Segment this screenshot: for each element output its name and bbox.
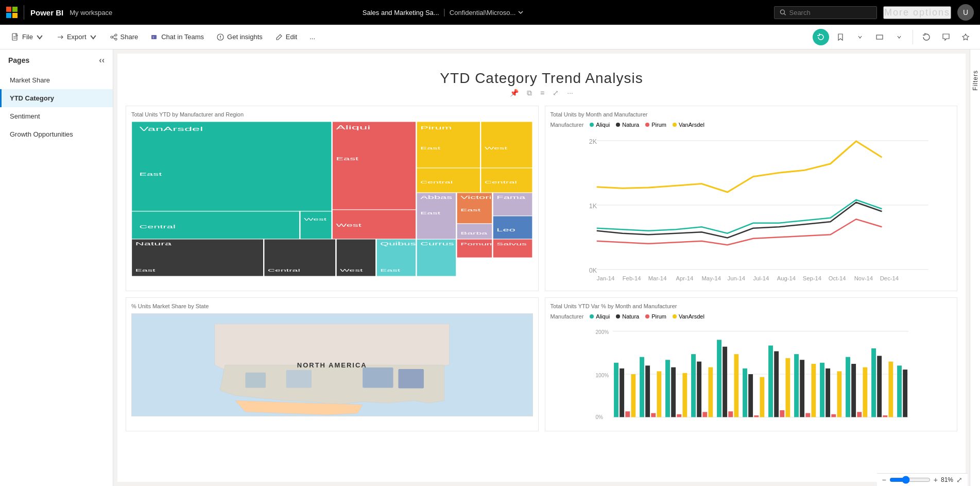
nav-divider-1: [24, 5, 24, 20]
bookmark-chevron-button[interactable]: [852, 29, 868, 45]
svg-text:VanArsdel: VanArsdel: [140, 126, 203, 132]
zoom-minus-button[interactable]: −: [882, 476, 886, 484]
star-button[interactable]: [957, 29, 974, 45]
search-box[interactable]: [774, 6, 877, 19]
legend-vanarsdel: VanArsdel: [673, 122, 704, 128]
comment-icon: [942, 33, 950, 41]
share-icon: [110, 33, 118, 41]
view-button[interactable]: [871, 29, 888, 45]
logo-green: [12, 7, 18, 12]
sidebar-item-sentiment[interactable]: Sentiment: [0, 107, 113, 125]
bar-chart-container[interactable]: 200% 100% 0%: [551, 323, 952, 426]
sidebar: Pages ‹‹ Market Share YTD Category Senti…: [0, 49, 113, 486]
toolbar-more-button[interactable]: ...: [304, 30, 320, 43]
format-icon[interactable]: ≡: [540, 89, 544, 97]
reload-button[interactable]: [918, 29, 935, 45]
avatar[interactable]: U: [957, 4, 974, 21]
svg-text:Aug-14: Aug-14: [777, 275, 795, 281]
svg-rect-104: [677, 414, 681, 417]
bookmark-button[interactable]: [832, 29, 849, 45]
insights-icon: [216, 33, 225, 41]
logo-blue: [6, 13, 11, 18]
filters-panel[interactable]: Filters: [970, 49, 980, 486]
svg-text:West: West: [485, 146, 507, 150]
refresh-button[interactable]: [813, 29, 829, 45]
file-button[interactable]: File: [6, 30, 49, 44]
svg-text:Central: Central: [140, 224, 176, 229]
view-icon: [875, 33, 884, 41]
export-button[interactable]: Export: [51, 30, 102, 44]
more-options-button[interactable]: More options: [883, 6, 951, 19]
copy-icon[interactable]: ⧉: [527, 89, 532, 97]
svg-rect-130: [846, 357, 850, 417]
svg-rect-137: [888, 362, 893, 417]
title-more-icon[interactable]: ···: [567, 89, 573, 97]
svg-rect-139: [903, 370, 907, 417]
svg-rect-121: [785, 358, 790, 417]
report-title-icons: 📌 ⧉ ≡ ⤢ ···: [126, 89, 957, 97]
svg-text:Feb-14: Feb-14: [622, 275, 641, 281]
expand-icon[interactable]: ⤢: [553, 89, 559, 97]
map-container[interactable]: NORTH AMERICA: [131, 313, 533, 416]
svg-text:East: East: [420, 211, 440, 215]
svg-rect-96: [625, 411, 630, 417]
svg-text:2K: 2K: [589, 138, 597, 145]
zoom-plus-button[interactable]: +: [934, 476, 938, 484]
report-title-bar: YTD Category Trend Analysis 📌 ⧉ ≡ ⤢ ···: [126, 62, 957, 102]
edit-button[interactable]: Edit: [270, 30, 302, 44]
line-chart-container[interactable]: 2K 1K 0K Jan-14 Feb-14 Mar-14 Apr-14: [551, 131, 952, 286]
share-button[interactable]: Share: [105, 30, 144, 44]
chat-in-teams-button[interactable]: T Chat in Teams: [145, 30, 209, 44]
filters-label: Filters: [972, 70, 979, 91]
svg-text:Sep-14: Sep-14: [802, 275, 821, 281]
get-insights-button[interactable]: Get insights: [211, 30, 268, 44]
main-layout: Pages ‹‹ Market Share YTD Category Senti…: [0, 49, 980, 486]
bar-chart-legend: Manufacturer Aliqui Natura Pirum: [551, 313, 952, 320]
pin-icon[interactable]: 📌: [510, 89, 519, 97]
svg-rect-106: [691, 354, 696, 417]
workspace-label[interactable]: My workspace: [70, 9, 112, 16]
svg-rect-114: [743, 368, 747, 417]
view-chevron-button[interactable]: [891, 29, 907, 45]
toolbar-sep-right: [913, 30, 913, 44]
svg-text:East: East: [135, 268, 156, 272]
toolbar: File Export Share T Chat in Teams Get in…: [0, 25, 980, 49]
star-icon: [961, 33, 970, 41]
file-icon: [11, 33, 20, 41]
svg-text:100%: 100%: [595, 373, 609, 378]
svg-text:Jul-14: Jul-14: [753, 275, 769, 281]
svg-line-1: [784, 13, 785, 15]
svg-rect-117: [760, 377, 764, 417]
comment-button[interactable]: [938, 29, 954, 45]
sidebar-item-ytd-category[interactable]: YTD Category: [0, 89, 113, 107]
bar-legend-pirum: Pirum: [645, 313, 666, 320]
svg-rect-126: [820, 363, 824, 417]
map-region-label: NORTH AMERICA: [297, 361, 367, 369]
zoom-slider[interactable]: [889, 476, 931, 484]
svg-rect-107: [697, 362, 701, 417]
svg-text:Nov-14: Nov-14: [854, 275, 872, 281]
sidebar-item-market-share[interactable]: Market Share: [0, 71, 113, 89]
line-chart-legend: Manufacturer Aliqui Natura Pirum: [551, 122, 952, 128]
sensitivity-label[interactable]: Confidential\Microso...: [450, 9, 524, 16]
svg-rect-98: [640, 357, 644, 417]
svg-text:1K: 1K: [589, 203, 597, 210]
svg-rect-103: [671, 367, 676, 417]
sidebar-item-growth-opportunities[interactable]: Growth Opportunities: [0, 125, 113, 143]
report-main-title: YTD Category Trend Analysis: [126, 70, 957, 87]
svg-rect-86: [245, 373, 266, 388]
nav-pipe: |: [443, 8, 445, 17]
search-input[interactable]: [789, 9, 871, 16]
sidebar-collapse-button[interactable]: ‹‹: [99, 56, 105, 65]
svg-rect-132: [857, 412, 862, 417]
svg-line-8: [113, 36, 115, 37]
svg-rect-127: [826, 368, 830, 417]
svg-text:Salvus: Salvus: [496, 242, 526, 246]
svg-text:Quibus: Quibus: [380, 241, 416, 246]
bar-chart-svg: 200% 100% 0%: [551, 323, 952, 426]
fullscreen-button[interactable]: ⤢: [956, 476, 962, 484]
zoom-level: 81%: [941, 476, 953, 483]
treemap-container[interactable]: VanArsdel East Central West Aliqui East: [131, 122, 533, 276]
treemap-svg: VanArsdel East Central West Aliqui East: [131, 122, 533, 276]
map-panel: % Units Market Share by State: [126, 297, 539, 431]
